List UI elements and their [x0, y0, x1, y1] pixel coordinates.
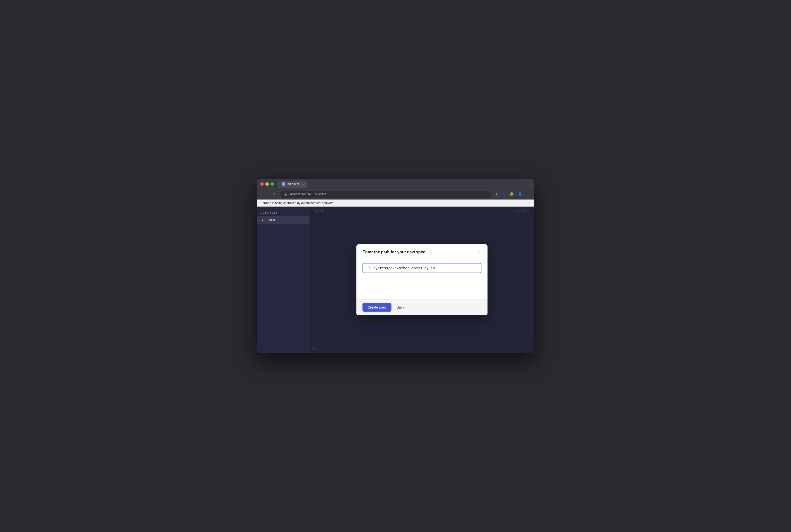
minimize-button[interactable] — [265, 183, 269, 186]
file-icon: 📄 — [367, 266, 371, 270]
nav-actions: ⬆ ☆ 🧩 👤 ⋮ — [494, 191, 531, 197]
maximize-button[interactable] — [271, 183, 274, 186]
specs-icon: ≡ — [260, 218, 264, 222]
forward-button[interactable]: › — [266, 191, 271, 197]
automation-banner-close[interactable]: × — [529, 201, 531, 205]
sidebar-item-specs[interactable]: ≡ Specs — [257, 216, 310, 224]
tab-label: auto-test — [287, 183, 299, 186]
reload-button[interactable]: ↻ — [272, 191, 278, 197]
lock-icon: 🔒 — [284, 192, 287, 196]
bookmark-button[interactable]: ☆ — [501, 191, 507, 197]
cypress-footer: cy — [313, 347, 316, 350]
main-area: Specs Chrome 124 Create your first spec … — [310, 207, 534, 353]
tab-favicon: C — [282, 183, 286, 186]
title-bar: C auto-test × + ⌄ — [257, 179, 534, 189]
browser-tab[interactable]: C auto-test × — [278, 180, 307, 188]
app-content: auto-test ≡ Specs Specs Chrome 124 Creat… — [257, 207, 534, 353]
create-spec-modal: Enter the path for your new spec × 📄 Cre… — [356, 244, 488, 315]
address-text: localhost:60694/__/#/specs — [289, 192, 326, 196]
modal-header: Enter the path for your new spec × — [356, 244, 488, 259]
sidebar-item-specs-label: Specs — [266, 218, 275, 222]
back-button[interactable]: Back — [394, 303, 406, 311]
navigation-bar: ‹ › ↻ 🔒 localhost:60694/__/#/specs ⬆ ☆ 🧩… — [257, 189, 534, 200]
modal-close-button[interactable]: × — [476, 249, 481, 255]
tab-close-button[interactable]: × — [302, 183, 304, 186]
create-spec-button[interactable]: Create spec — [363, 303, 391, 311]
extensions-button[interactable]: 🧩 — [508, 191, 515, 197]
tab-bar: C auto-test × + ⌄ — [278, 180, 531, 188]
close-button[interactable] — [260, 183, 264, 186]
spec-path-input[interactable] — [373, 266, 477, 270]
menu-button[interactable]: ⋮ — [525, 191, 531, 197]
sidebar: auto-test ≡ Specs — [257, 207, 310, 353]
address-bar[interactable]: 🔒 localhost:60694/__/#/specs — [280, 191, 492, 198]
automation-banner-text: Chrome is being controlled by automated … — [260, 201, 334, 205]
spec-input-wrapper: 📄 — [363, 263, 481, 273]
tab-chevron-icon: ⌄ — [528, 183, 531, 186]
modal-footer: Create spec Back — [356, 299, 488, 315]
modal-spacer — [363, 273, 481, 293]
back-button[interactable]: ‹ — [260, 191, 264, 197]
modal-overlay: Enter the path for your new spec × 📄 Cre… — [310, 207, 534, 353]
automation-banner: Chrome is being controlled by automated … — [257, 200, 534, 207]
modal-body: 📄 — [356, 259, 488, 299]
new-tab-button[interactable]: + — [309, 182, 312, 186]
profile-button[interactable]: 👤 — [516, 191, 523, 197]
browser-window: C auto-test × + ⌄ ‹ › ↻ 🔒 localhost:6069… — [257, 179, 534, 353]
traffic-lights — [260, 183, 274, 186]
share-button[interactable]: ⬆ — [494, 191, 500, 197]
modal-title: Enter the path for your new spec — [363, 250, 425, 254]
sidebar-app-name: auto-test — [257, 209, 310, 216]
